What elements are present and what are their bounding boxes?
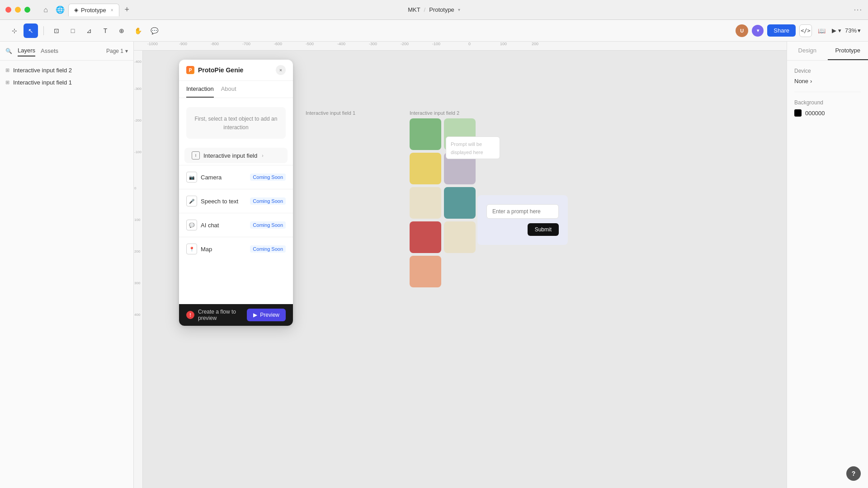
protopie-genie-modal: P ProtoPie Genie × Interaction About [179, 60, 293, 326]
camera-icon: 📷 [186, 172, 197, 183]
user-avatar: U [736, 24, 748, 37]
user-avatar-2: ▾ [752, 25, 764, 37]
preview-play-icon: ▶ [253, 312, 257, 318]
select-tool-button[interactable]: ⊹ [7, 23, 22, 38]
move-tool-button[interactable]: ↖ [24, 23, 38, 38]
ruler-horizontal: -1000 -900 -800 -700 -600 -500 -400 -300… [134, 42, 787, 51]
tab-bar: ⌂ 🌐 ◈ Prototype × + [39, 3, 133, 16]
modal-close-button[interactable]: × [276, 65, 286, 75]
tab-assets[interactable]: Assets [41, 46, 58, 56]
new-tab-button[interactable]: + [121, 3, 133, 16]
map-row[interactable]: 📍 Map Coming Soon [179, 239, 293, 259]
prototype-tab[interactable]: ◈ Prototype × [68, 4, 119, 16]
shape-tool-button[interactable]: □ [66, 23, 80, 38]
title-breadcrumb: MKT / Prototype ▾ [408, 6, 460, 13]
camera-label: Camera [201, 174, 246, 181]
camera-row[interactable]: 📷 Camera Coming Soon [179, 167, 293, 187]
tab-close-button[interactable]: × [111, 8, 113, 13]
layer-name-2: Interactive input field 2 [13, 67, 72, 74]
map-label: Map [201, 246, 246, 253]
zoom-chevron: ▾ [858, 27, 861, 34]
speech-badge: Coming Soon [250, 197, 286, 205]
ellipsis-menu-button[interactable]: ··· [854, 6, 863, 14]
ai-chat-row[interactable]: 💬 AI chat Coming Soon [179, 215, 293, 235]
right-panel: Design Prototype Device None › Backgroun… [787, 42, 868, 488]
library-button[interactable]: 📖 [816, 24, 828, 37]
play-chevron: ▾ [838, 27, 841, 34]
breadcrumb-page[interactable]: Prototype [429, 6, 454, 13]
tab-prototype[interactable]: Prototype [828, 42, 868, 60]
device-value[interactable]: None › [794, 78, 861, 84]
map-badge: Coming Soon [250, 245, 286, 253]
interactive-field-section: I Interactive input field › [184, 148, 288, 163]
section-divider-4 [179, 237, 293, 237]
tab-label: Prototype [81, 7, 106, 14]
speech-row[interactable]: 🎤 Speech to text Coming Soon [179, 191, 293, 211]
zoom-control[interactable]: 73% ▾ [845, 27, 861, 34]
play-icon: ▶ [832, 27, 836, 34]
bg-color-value: 000000 [805, 110, 825, 117]
minimize-window-button[interactable] [15, 7, 21, 13]
layers-search-icon[interactable]: 🔍 [5, 48, 12, 54]
canvas-area[interactable]: -1000 -900 -800 -700 -600 -500 -400 -300… [134, 42, 787, 488]
tab-about[interactable]: About [221, 81, 236, 98]
hand-tool-button[interactable]: ✋ [131, 23, 145, 38]
bg-color-row: 000000 [794, 109, 861, 117]
toolbar: ⊹ ↖ ⊡ □ ⊿ T ⊕ ✋ 💬 U ▾ Share </> 📖 ▶ ▾ 73… [0, 20, 868, 42]
title-bar: ⌂ 🌐 ◈ Prototype × + MKT / Prototype ▾ ··… [0, 0, 868, 20]
page-selector[interactable]: Page 1 ▾ [106, 48, 128, 54]
tab-layers[interactable]: Layers [18, 45, 35, 56]
toolbar-right: U ▾ Share </> 📖 ▶ ▾ 73% ▾ [736, 24, 861, 37]
tab-interaction[interactable]: Interaction [186, 81, 214, 98]
main-layout: 🔍 Layers Assets Page 1 ▾ ⊞ Interactive i… [0, 42, 868, 488]
speech-label: Speech to text [201, 198, 246, 205]
interactive-field-icon: I [192, 151, 200, 160]
close-window-button[interactable] [5, 7, 11, 13]
modal-overlay: P ProtoPie Genie × Interaction About [143, 51, 787, 488]
tool-group-frames: ⊡ □ ⊿ T ⊕ ✋ 💬 [49, 23, 161, 38]
share-button[interactable]: Share [767, 24, 796, 37]
toolbar-divider-1 [43, 26, 44, 35]
section-divider-3 [179, 213, 293, 213]
layer-item-2[interactable]: ⊞ Interactive input field 2 [0, 64, 133, 76]
speech-icon: 🎤 [186, 196, 197, 206]
text-tool-button[interactable]: T [98, 23, 113, 38]
breadcrumb-chevron[interactable]: ▾ [458, 7, 460, 12]
modal-body: First, select a text object to add an in… [179, 98, 293, 304]
layer-icon-1: ⊞ [5, 80, 9, 85]
device-section: Device None › [787, 61, 868, 92]
layer-icon-2: ⊞ [5, 67, 9, 73]
bg-color-swatch[interactable] [794, 109, 802, 117]
layer-list: ⊞ Interactive input field 2 ⊞ Interactiv… [0, 61, 133, 92]
tab-icon: ◈ [74, 7, 78, 13]
ai-chat-label: AI chat [201, 222, 246, 229]
titlebar-actions: ··· [854, 6, 863, 14]
hint-box: First, select a text object to add an in… [186, 107, 286, 139]
tab-design[interactable]: Design [787, 42, 828, 60]
panel-tab-bar: 🔍 Layers Assets Page 1 ▾ [0, 42, 133, 61]
fullscreen-window-button[interactable] [24, 7, 30, 13]
play-button[interactable]: ▶ ▾ [832, 27, 841, 34]
interactive-field-chevron: › [262, 153, 263, 158]
modal-spacer [179, 259, 293, 304]
canvas-content: Interactive input field 1 Submit Interac… [143, 51, 787, 488]
frame-tool-button[interactable]: ⊡ [49, 23, 64, 38]
help-button[interactable]: ? [846, 466, 861, 481]
layer-item-1[interactable]: ⊞ Interactive input field 1 [0, 76, 133, 89]
pen-tool-button[interactable]: ⊿ [82, 23, 96, 38]
layer-name-1: Interactive input field 1 [13, 79, 72, 86]
page-label: Page 1 [106, 48, 123, 54]
page-chevron: ▾ [125, 48, 128, 54]
home-icon[interactable]: ⌂ [39, 4, 52, 16]
background-section: Background 000000 [787, 92, 868, 124]
code-view-button[interactable]: </> [799, 24, 812, 37]
footer-warning: ! Create a flow to preview [186, 309, 243, 321]
tool-group-select: ⊹ ↖ [7, 23, 38, 38]
component-tool-button[interactable]: ⊕ [114, 23, 129, 38]
interactive-field-header[interactable]: I Interactive input field › [184, 148, 288, 163]
preview-button[interactable]: ▶ Preview [247, 309, 286, 321]
globe-icon[interactable]: 🌐 [54, 4, 66, 16]
comment-tool-button[interactable]: 💬 [147, 23, 161, 38]
ai-chat-icon: 💬 [186, 220, 197, 230]
breadcrumb-project: MKT [408, 6, 420, 13]
